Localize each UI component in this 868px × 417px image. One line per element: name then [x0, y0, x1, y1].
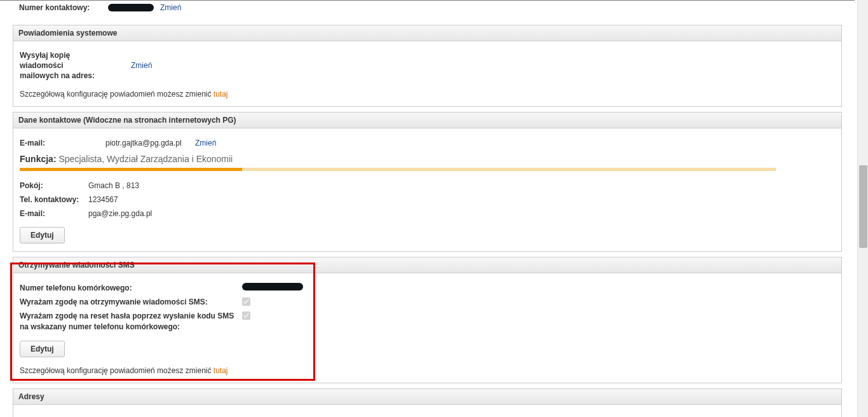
sms-reset-checkbox[interactable]: [242, 311, 250, 320]
notifications-change-link[interactable]: Zmień: [131, 60, 152, 71]
sms-phone-label: Numer telefonu komórkowego:: [20, 283, 242, 294]
funkcja-label: Funkcja:: [20, 154, 57, 164]
sms-header: Otrzymywanie wiadomości SMS: [13, 257, 841, 273]
email2-value: pga@zie.pg.gda.pl: [88, 208, 165, 219]
contact-number-redacted: [108, 4, 154, 11]
tel-value: 1234567: [88, 194, 165, 205]
email2-label: E-mail:: [20, 208, 88, 219]
scrollbar-thumb[interactable]: [859, 165, 867, 248]
sms-agree-label: Wyrażam zgodę na otrzymywanie wiadomości…: [20, 297, 242, 308]
sms-reset-label: Wyrażam zgodę na reset hasła poprzez wys…: [20, 311, 242, 332]
sms-hint-link[interactable]: tutaj: [214, 366, 228, 375]
contact-data-body: E-mail: piotr.gajtka@pg.gda.pl Zmień Fun…: [13, 128, 841, 251]
sms-edit-button[interactable]: Edytuj: [20, 341, 65, 357]
main-viewport[interactable]: Numer kontaktowy: Zmień Powiadomienia sy…: [0, 0, 855, 417]
email-change-link[interactable]: Zmień: [195, 137, 216, 149]
tel-label: Tel. kontaktowy:: [20, 194, 88, 205]
notifications-body: Wysyłaj kopię wiadomości mailowych na ad…: [13, 41, 841, 106]
sms-phone-redacted: [242, 283, 303, 291]
addresses-body: [13, 405, 841, 417]
funkcja-row: Funkcja: Specjalista, Wydział Zarządzani…: [20, 154, 835, 164]
addresses-panel: Adresy: [13, 388, 842, 417]
scrollbar-track[interactable]: [857, 0, 868, 417]
email-label: E-mail:: [20, 137, 105, 149]
contact-number-row: Numer kontaktowy: Zmień: [0, 1, 855, 21]
email-value: piotr.gajtka@pg.gda.pl: [105, 137, 191, 149]
sms-body: Numer telefonu komórkowego: Wyrażam zgod…: [13, 273, 841, 383]
notifications-copy-label: Wysyłaj kopię wiadomości mailowych na ad…: [20, 50, 105, 81]
contact-number-label: Numer kontaktowy:: [19, 3, 102, 12]
room-label: Pokój:: [20, 180, 88, 191]
funkcja-value: Specjalista, Wydział Zarządzania i Ekono…: [58, 154, 233, 164]
notifications-header: Powiadomienia systemowe: [13, 25, 841, 41]
contact-data-panel: Dane kontaktowe (Widoczne na stronach in…: [13, 112, 842, 252]
contact-number-change-link[interactable]: Zmień: [160, 3, 181, 12]
notifications-hint-link[interactable]: tutaj: [214, 90, 228, 99]
sms-hint: Szczegółową konfigurację powiadomień moż…: [20, 366, 835, 375]
addresses-header: Adresy: [13, 389, 841, 405]
funkcja-separator: [20, 168, 776, 171]
contact-data-header: Dane kontaktowe (Widoczne na stronach in…: [13, 113, 841, 128]
contact-edit-button[interactable]: Edytuj: [20, 227, 65, 243]
funkcja-separator-fill: [20, 168, 242, 171]
room-value: Gmach B , 813: [88, 180, 165, 191]
sms-panel: Otrzymywanie wiadomości SMS Numer telefo…: [13, 257, 842, 383]
notifications-panel: Powiadomienia systemowe Wysyłaj kopię wi…: [13, 25, 842, 107]
notifications-hint: Szczegółową konfigurację powiadomień moż…: [20, 90, 835, 99]
sms-agree-checkbox[interactable]: [242, 297, 250, 306]
